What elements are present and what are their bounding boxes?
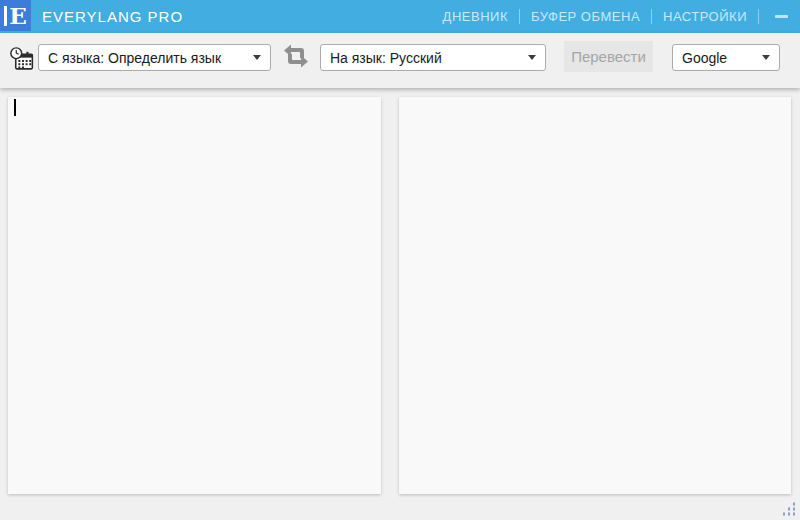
menu-item-diary[interactable]: ДНЕВНИК xyxy=(443,9,508,24)
chevron-down-icon xyxy=(528,55,536,60)
target-language-select[interactable]: На язык: Русский xyxy=(320,44,546,71)
result-text-area[interactable] xyxy=(399,97,791,494)
menu-separator xyxy=(519,9,520,24)
chevron-down-icon xyxy=(253,55,261,60)
toolbar: С языка: Определить язык На язык: Русски… xyxy=(0,33,800,88)
menu-item-settings[interactable]: НАСТРОЙКИ xyxy=(663,9,747,24)
chevron-down-icon xyxy=(762,55,770,60)
provider-value: Google xyxy=(682,50,727,66)
source-text-area[interactable] xyxy=(8,97,381,494)
app-title: EVERYLANG PRO xyxy=(42,0,183,33)
everylang-logo-icon: E xyxy=(4,4,27,27)
swap-languages-button[interactable] xyxy=(282,42,310,70)
menu-separator xyxy=(651,9,652,24)
minimize-icon xyxy=(775,15,788,18)
swap-icon xyxy=(282,42,310,70)
history-calendar-clock-icon xyxy=(9,46,36,73)
resize-grip-dots-icon xyxy=(782,502,797,517)
logo-letter: E xyxy=(9,4,27,27)
titlebar: E EVERYLANG PRO ДНЕВНИК БУФЕР ОБМЕНА НАС… xyxy=(0,0,800,33)
source-language-value: С языка: Определить язык xyxy=(48,50,221,66)
menu-item-clipboard[interactable]: БУФЕР ОБМЕНА xyxy=(531,9,640,24)
titlebar-menu: ДНЕВНИК БУФЕР ОБМЕНА НАСТРОЙКИ xyxy=(443,0,792,33)
history-button[interactable] xyxy=(9,46,36,73)
text-cursor xyxy=(14,99,16,116)
provider-select[interactable]: Google xyxy=(672,44,780,71)
app-logo: E xyxy=(0,0,31,31)
target-language-value: На язык: Русский xyxy=(330,50,442,66)
resize-grip[interactable] xyxy=(782,502,797,517)
translate-button[interactable]: Перевести xyxy=(564,41,653,72)
menu-separator xyxy=(758,9,759,24)
minimize-button[interactable] xyxy=(770,5,792,29)
source-language-select[interactable]: С языка: Определить язык xyxy=(38,44,271,71)
